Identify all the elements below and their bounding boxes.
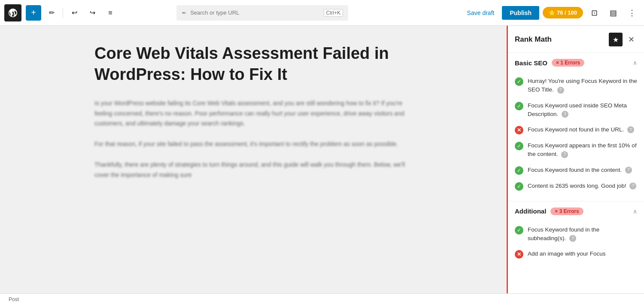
check-icon-content: ✓ [515, 166, 523, 175]
basic-seo-section-header[interactable]: Basic SEO × 1 Errors ∧ [508, 53, 644, 72]
list-view-button[interactable]: ≡ [103, 5, 118, 21]
redo-icon: ↪ [90, 9, 95, 17]
star-icon: ★ [613, 36, 619, 44]
seo-item-meta-description: ✓ Focus Keyword used inside SEO Meta Des… [515, 98, 637, 122]
pencil-icon: ✏ [49, 9, 55, 17]
seo-item-title-keyword: ✓ Hurray! You're using Focus Keyword in … [515, 73, 637, 98]
layout-button[interactable]: ⊡ [586, 5, 602, 21]
x-mark: ✕ [517, 250, 521, 258]
seo-item-first-10: ✓ Focus Keyword appears in the first 10%… [515, 138, 637, 162]
help-icon-subheading[interactable]: ? [569, 235, 576, 242]
error-icon-image: ✕ [515, 250, 523, 259]
wp-logo [4, 4, 21, 21]
help-icon-words[interactable]: ? [629, 183, 636, 189]
seo-item-text-meta: Focus Keyword used inside SEO Meta Descr… [528, 101, 637, 119]
help-icon-first10[interactable]: ? [561, 151, 568, 158]
feather-icon: ✒ [182, 9, 187, 16]
search-input[interactable] [190, 9, 320, 16]
checkmark: ✓ [517, 142, 521, 150]
checkmark: ✓ [517, 78, 521, 85]
redo-button[interactable]: ↪ [85, 5, 100, 21]
check-icon-words: ✓ [515, 182, 523, 191]
help-icon-title[interactable]: ? [557, 87, 564, 94]
additional-header-left: Additional × 3 Errors [515, 207, 583, 215]
save-draft-button[interactable]: Save draft [463, 7, 499, 19]
sidebar-header-icons: ★ ✕ [609, 33, 637, 46]
seo-item-url: ✕ Focus Keyword not found in the URL. ? [515, 122, 637, 138]
close-icon: ✕ [628, 35, 635, 44]
checkmark: ✓ [517, 226, 521, 234]
x-mark: ✕ [517, 126, 521, 134]
help-icon-meta[interactable]: ? [562, 111, 568, 118]
toolbar: + ✏ ↩ ↪ ≡ ✒ Ctrl+K Save draft Publish 76… [0, 0, 644, 26]
undo-button[interactable]: ↩ [67, 5, 82, 21]
more-options-button[interactable]: ⋮ [624, 5, 640, 21]
add-block-button[interactable]: + [26, 5, 41, 21]
additional-chevron-icon: ∧ [633, 208, 637, 215]
toolbar-right: Save draft Publish 76 / 100 ⊡ ▤ ⋮ [463, 5, 640, 21]
sidebar-header: Rank Math ★ ✕ [508, 26, 644, 53]
status-label: Post [9, 296, 19, 302]
check-icon-meta: ✓ [515, 102, 523, 110]
editor-area: Core Web Vitals Assessment Failed in Wor… [0, 26, 507, 293]
paragraph-3: Thankfully, there are plenty of strategi… [94, 160, 412, 180]
checkmark: ✓ [517, 183, 521, 190]
sidebar-toggle-button[interactable]: ▤ [605, 5, 621, 21]
score-button[interactable]: 76 / 100 [543, 7, 583, 18]
check-icon-first10: ✓ [515, 142, 523, 150]
list-icon: ≡ [108, 9, 112, 17]
basic-seo-error-badge: × 1 Errors [552, 59, 584, 67]
seo-item-text-subheading: Focus Keyword found in the subheading(s)… [528, 226, 637, 243]
checkmark: ✓ [517, 102, 521, 110]
search-bar: ✒ Ctrl+K [176, 5, 348, 21]
sidebar-title: Rank Math [515, 35, 552, 44]
seo-item-text-words: Content is 2635 words long. Good job! ? [528, 182, 637, 190]
basic-seo-label: Basic SEO [515, 59, 547, 67]
additional-label: Additional [515, 207, 546, 215]
main-area: Core Web Vitals Assessment Failed in Wor… [0, 26, 644, 293]
help-icon-content[interactable]: ? [625, 167, 632, 174]
publish-button[interactable]: Publish [502, 6, 539, 20]
basic-seo-items: ✓ Hurray! You're using Focus Keyword in … [508, 72, 644, 201]
check-icon-title: ✓ [515, 77, 523, 86]
plus-icon: + [31, 8, 36, 18]
seo-item-image: ✕ Add an image with your Focus [515, 246, 637, 262]
seo-item-text-first10: Focus Keyword appears in the first 10% o… [528, 141, 637, 159]
pencil-button[interactable]: ✏ [44, 5, 59, 21]
additional-error-badge: × 3 Errors [550, 207, 583, 215]
rank-math-sidebar: Rank Math ★ ✕ Basic SEO × 1 Errors ∧ ✓ [507, 26, 644, 293]
error-icon-url: ✕ [515, 126, 523, 134]
seo-item-content: ✓ Focus Keyword found in the content. ? [515, 162, 637, 178]
seo-item-text-title: Hurray! You're using Focus Keyword in th… [528, 77, 637, 95]
additional-section-header[interactable]: Additional × 3 Errors ∧ [508, 201, 644, 220]
seo-item-word-count: ✓ Content is 2635 words long. Good job! … [515, 178, 637, 194]
basic-seo-chevron-icon: ∧ [633, 59, 637, 66]
seo-item-text-url: Focus Keyword not found in the URL. ? [528, 125, 637, 134]
paragraph-1: Is your WordPress website failing its Co… [94, 98, 412, 129]
post-title: Core Web Vitals Assessment Failed in Wor… [94, 43, 412, 85]
checkmark: ✓ [517, 167, 521, 174]
undo-icon: ↩ [72, 9, 77, 17]
additional-seo-items: ✓ Focus Keyword found in the subheading(… [508, 220, 644, 269]
layout-icon: ⊡ [591, 8, 598, 18]
star-button[interactable]: ★ [609, 33, 623, 46]
sidebar-icon: ▤ [610, 8, 617, 18]
basic-seo-header-left: Basic SEO × 1 Errors [515, 59, 584, 67]
close-sidebar-button[interactable]: ✕ [625, 34, 637, 46]
seo-item-text-image: Add an image with your Focus [528, 250, 637, 258]
help-icon-url[interactable]: ? [627, 126, 634, 133]
dots-icon: ⋮ [628, 8, 636, 18]
search-shortcut: Ctrl+K [324, 9, 343, 17]
check-icon-subheading: ✓ [515, 226, 523, 235]
toolbar-separator [63, 8, 63, 18]
seo-item-subheading: ✓ Focus Keyword found in the subheading(… [515, 222, 637, 247]
seo-item-text-content: Focus Keyword found in the content. ? [528, 166, 637, 174]
status-bar: Post [0, 293, 644, 305]
editor-content: Core Web Vitals Assessment Failed in Wor… [94, 43, 412, 276]
paragraph-2: For that reason, if your site failed to … [94, 139, 412, 149]
